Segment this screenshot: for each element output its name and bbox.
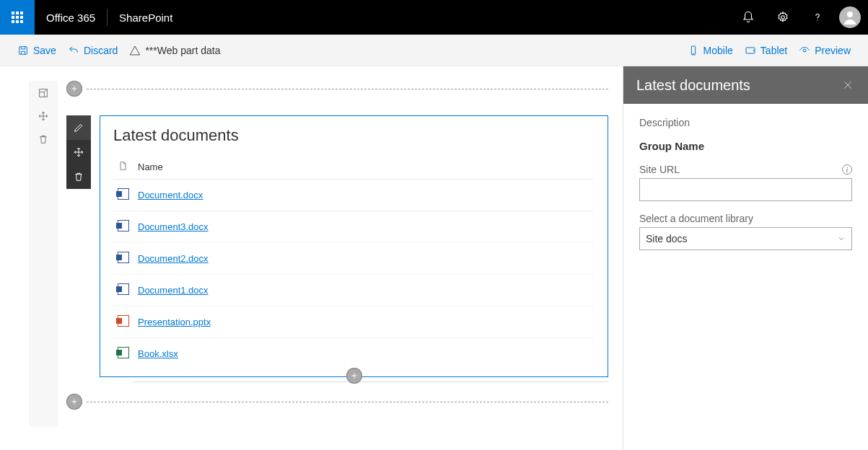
mobile-button[interactable]: Mobile bbox=[682, 35, 739, 66]
table-row: Document2.docx bbox=[113, 243, 595, 275]
property-pane-title: Latest documents bbox=[636, 77, 750, 94]
layout-icon bbox=[38, 87, 49, 99]
add-webpart-button[interactable] bbox=[346, 368, 362, 384]
table-row: Document3.docx bbox=[113, 211, 595, 243]
tablet-icon bbox=[745, 45, 756, 56]
svg-point-0 bbox=[781, 16, 785, 19]
trash-icon bbox=[38, 133, 49, 145]
library-label: Select a document library bbox=[639, 213, 753, 224]
word-file-icon bbox=[118, 252, 129, 263]
library-field: Select a document library Site docs bbox=[639, 213, 852, 250]
tablet-label: Tablet bbox=[760, 45, 787, 56]
help-button[interactable] bbox=[800, 0, 835, 35]
user-avatar[interactable] bbox=[839, 6, 861, 28]
person-icon bbox=[841, 9, 859, 26]
property-group-name: Group Name bbox=[639, 140, 852, 152]
word-file-icon bbox=[118, 188, 129, 200]
webpart-delete-button[interactable] bbox=[66, 164, 91, 189]
table-row: Book.xlsx bbox=[113, 338, 595, 370]
question-icon bbox=[811, 11, 824, 24]
preview-button[interactable]: Preview bbox=[793, 35, 856, 66]
preview-label: Preview bbox=[815, 45, 851, 56]
webpart-title: Latest documents bbox=[113, 126, 595, 145]
warning-icon bbox=[129, 45, 141, 56]
webpart-edit-button[interactable] bbox=[66, 115, 91, 140]
word-file-icon bbox=[118, 220, 129, 231]
name-column-header[interactable]: Name bbox=[133, 155, 595, 180]
document-link[interactable]: Document1.docx bbox=[138, 285, 209, 296]
pencil-icon bbox=[73, 122, 84, 133]
property-pane: Latest documents Description Group Name … bbox=[623, 66, 868, 450]
suite-app-name[interactable]: SharePoint bbox=[108, 0, 184, 35]
plus-icon bbox=[66, 81, 82, 97]
ppt-file-icon bbox=[118, 315, 129, 327]
save-icon bbox=[17, 45, 29, 56]
webpart-toolbar bbox=[66, 115, 91, 189]
document-link[interactable]: Document3.docx bbox=[138, 221, 209, 232]
tablet-button[interactable]: Tablet bbox=[739, 35, 793, 66]
section-move-button[interactable] bbox=[37, 110, 50, 123]
property-pane-header: Latest documents bbox=[623, 66, 868, 104]
gear-icon bbox=[776, 11, 789, 24]
add-section-top[interactable] bbox=[66, 81, 608, 97]
save-label: Save bbox=[33, 45, 56, 56]
section-layout-button[interactable] bbox=[37, 87, 50, 100]
suite-bar: Office 365 SharePoint bbox=[0, 0, 868, 35]
command-bar: Save Discard ***Web part data Mobile Tab… bbox=[0, 35, 868, 66]
document-link[interactable]: Book.xlsx bbox=[138, 348, 178, 359]
table-header-row: Name bbox=[113, 155, 595, 180]
notifications-button[interactable] bbox=[731, 0, 766, 35]
site-url-label: Site URL bbox=[639, 164, 680, 175]
table-row: Document1.docx bbox=[113, 275, 595, 306]
svg-point-1 bbox=[817, 20, 817, 21]
section: Latest documents Name Document.docxDocum… bbox=[66, 97, 608, 394]
canvas-area: Latest documents Name Document.docxDocum… bbox=[0, 66, 623, 450]
breadcrumb-text: ***Web part data bbox=[145, 45, 220, 56]
mobile-label: Mobile bbox=[703, 45, 733, 56]
word-file-icon bbox=[118, 283, 129, 295]
discard-label: Discard bbox=[84, 45, 118, 56]
site-url-field: Site URL i bbox=[639, 164, 852, 201]
documents-table: Name Document.docxDocument3.docxDocument… bbox=[113, 155, 595, 369]
document-link[interactable]: Presentation.pptx bbox=[138, 317, 211, 327]
discard-button[interactable]: Discard bbox=[62, 35, 123, 66]
webpart-latest-documents[interactable]: Latest documents Name Document.docxDocum… bbox=[100, 115, 608, 377]
suite-brand[interactable]: Office 365 bbox=[35, 0, 107, 35]
table-row: Presentation.pptx bbox=[113, 306, 595, 338]
webpart-move-button[interactable] bbox=[66, 140, 91, 164]
section-delete-button[interactable] bbox=[37, 133, 50, 146]
info-icon[interactable]: i bbox=[842, 164, 852, 175]
library-selected-value: Site docs bbox=[646, 233, 688, 244]
plus-icon bbox=[66, 394, 82, 410]
close-button[interactable] bbox=[841, 78, 855, 92]
bell-icon bbox=[742, 11, 755, 24]
save-button[interactable]: Save bbox=[12, 35, 62, 66]
chevron-down-icon bbox=[837, 234, 846, 243]
svg-point-5 bbox=[693, 53, 693, 54]
close-icon bbox=[842, 79, 854, 91]
svg-rect-3 bbox=[19, 46, 27, 54]
waffle-icon bbox=[12, 12, 23, 23]
move-icon bbox=[73, 146, 84, 158]
undo-icon bbox=[68, 45, 79, 56]
table-row: Document.docx bbox=[113, 180, 595, 211]
section-gutter bbox=[29, 81, 58, 427]
site-url-input[interactable] bbox=[639, 178, 852, 201]
eye-icon bbox=[799, 45, 810, 56]
move-icon bbox=[38, 110, 49, 122]
mobile-icon bbox=[688, 45, 699, 56]
document-link[interactable]: Document.docx bbox=[138, 190, 203, 200]
document-link[interactable]: Document2.docx bbox=[138, 253, 209, 264]
document-icon bbox=[118, 161, 128, 171]
settings-button[interactable] bbox=[766, 0, 800, 35]
svg-point-7 bbox=[753, 50, 754, 50]
library-select[interactable]: Site docs bbox=[639, 227, 852, 250]
app-launcher-button[interactable] bbox=[0, 0, 35, 35]
add-section-bottom[interactable] bbox=[66, 394, 608, 410]
svg-point-2 bbox=[847, 12, 853, 17]
svg-point-8 bbox=[803, 49, 806, 52]
xls-file-icon bbox=[118, 347, 129, 358]
breadcrumb: ***Web part data bbox=[123, 45, 226, 56]
property-description-label: Description bbox=[639, 117, 852, 128]
trash-icon bbox=[73, 171, 84, 182]
